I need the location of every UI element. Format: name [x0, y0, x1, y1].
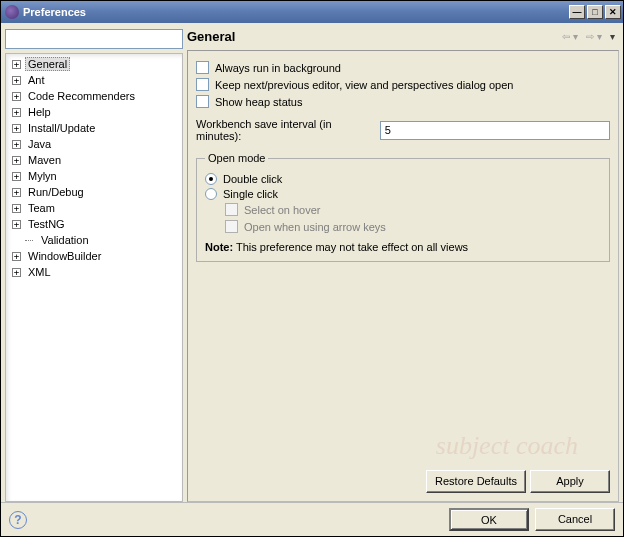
- tree-label[interactable]: Team: [25, 201, 58, 215]
- expand-icon[interactable]: +: [12, 140, 21, 149]
- tree-item[interactable]: +XML: [6, 264, 182, 280]
- double-click-row: Double click: [205, 173, 601, 185]
- window-title: Preferences: [23, 6, 86, 18]
- page-title: General: [187, 29, 235, 44]
- show-heap-row: Show heap status: [196, 95, 610, 108]
- tree-label[interactable]: Run/Debug: [25, 185, 87, 199]
- expand-icon[interactable]: +: [12, 220, 21, 229]
- show-heap-checkbox[interactable]: [196, 95, 209, 108]
- tree-label[interactable]: Maven: [25, 153, 64, 167]
- select-on-hover-label: Select on hover: [244, 204, 320, 216]
- note-text: This preference may not take effect on a…: [233, 241, 468, 253]
- open-arrow-keys-checkbox: [225, 220, 238, 233]
- tree-label[interactable]: Code Recommenders: [25, 89, 138, 103]
- leaf-icon: [25, 236, 34, 245]
- tree-label[interactable]: Mylyn: [25, 169, 60, 183]
- open-arrow-keys-row: Open when using arrow keys: [225, 220, 601, 233]
- toolbar-nav: ⇦ ▾ ⇨ ▾ ▾: [562, 31, 615, 42]
- form-area: Always run in background Keep next/previ…: [187, 50, 619, 502]
- tree-item[interactable]: +Maven: [6, 152, 182, 168]
- single-click-label: Single click: [223, 188, 278, 200]
- ok-button[interactable]: OK: [449, 508, 529, 531]
- open-mode-group: Open mode Double click Single click Sele…: [196, 152, 610, 262]
- tree-item[interactable]: Validation: [6, 232, 182, 248]
- always-run-background-label: Always run in background: [215, 62, 341, 74]
- minimize-button[interactable]: —: [569, 5, 585, 19]
- action-row: Restore Defaults Apply: [196, 462, 610, 493]
- watermark: subject coach: [436, 431, 578, 461]
- single-click-row: Single click: [205, 188, 601, 200]
- forward-arrow-icon[interactable]: ⇨ ▾: [586, 31, 602, 42]
- tree-label[interactable]: Install/Update: [25, 121, 98, 135]
- note-label: Note:: [205, 241, 233, 253]
- expand-icon[interactable]: +: [12, 76, 21, 85]
- close-button[interactable]: ✕: [605, 5, 621, 19]
- filter-input[interactable]: [5, 29, 183, 49]
- tree-item[interactable]: +Mylyn: [6, 168, 182, 184]
- save-interval-label: Workbench save interval (in minutes):: [196, 118, 374, 142]
- tree-label[interactable]: Java: [25, 137, 54, 151]
- back-arrow-icon[interactable]: ⇦ ▾: [562, 31, 578, 42]
- open-arrow-keys-label: Open when using arrow keys: [244, 221, 386, 233]
- maximize-button[interactable]: □: [587, 5, 603, 19]
- tree-item[interactable]: +Ant: [6, 72, 182, 88]
- expand-icon[interactable]: +: [12, 92, 21, 101]
- tree-label[interactable]: General: [25, 57, 70, 71]
- tree-item[interactable]: +WindowBuilder: [6, 248, 182, 264]
- always-run-background-row: Always run in background: [196, 61, 610, 74]
- eclipse-icon: [5, 5, 19, 19]
- expand-icon[interactable]: +: [12, 252, 21, 261]
- tree-item[interactable]: +Java: [6, 136, 182, 152]
- expand-icon[interactable]: +: [12, 188, 21, 197]
- save-interval-row: Workbench save interval (in minutes):: [196, 118, 610, 142]
- restore-defaults-button[interactable]: Restore Defaults: [426, 470, 526, 493]
- apply-button[interactable]: Apply: [530, 470, 610, 493]
- keep-dialog-open-label: Keep next/previous editor, view and pers…: [215, 79, 513, 91]
- tree-label[interactable]: XML: [25, 265, 54, 279]
- expand-icon[interactable]: +: [12, 108, 21, 117]
- tree-item[interactable]: +Run/Debug: [6, 184, 182, 200]
- expand-icon[interactable]: +: [12, 268, 21, 277]
- expand-icon[interactable]: +: [12, 172, 21, 181]
- tree-item[interactable]: +General: [6, 56, 182, 72]
- tree-label[interactable]: Help: [25, 105, 54, 119]
- help-icon[interactable]: ?: [9, 511, 27, 529]
- save-interval-input[interactable]: [380, 121, 610, 140]
- tree-label[interactable]: Validation: [38, 233, 92, 247]
- left-pane: +General+Ant+Code Recommenders+Help+Inst…: [5, 29, 183, 502]
- bottom-bar: ? OK Cancel: [1, 502, 623, 536]
- titlebar: Preferences — □ ✕: [1, 1, 623, 23]
- open-mode-note: Note: This preference may not take effec…: [205, 241, 601, 253]
- tree-item[interactable]: +Code Recommenders: [6, 88, 182, 104]
- tree-item[interactable]: +Install/Update: [6, 120, 182, 136]
- keep-dialog-open-checkbox[interactable]: [196, 78, 209, 91]
- preference-tree[interactable]: +General+Ant+Code Recommenders+Help+Inst…: [5, 53, 183, 502]
- right-pane: General ⇦ ▾ ⇨ ▾ ▾ Always run in backgrou…: [187, 29, 619, 502]
- double-click-label: Double click: [223, 173, 282, 185]
- expand-icon[interactable]: +: [12, 204, 21, 213]
- tree-label[interactable]: Ant: [25, 73, 48, 87]
- tree-item[interactable]: +Help: [6, 104, 182, 120]
- tree-label[interactable]: WindowBuilder: [25, 249, 104, 263]
- tree-label[interactable]: TestNG: [25, 217, 68, 231]
- show-heap-label: Show heap status: [215, 96, 302, 108]
- cancel-button[interactable]: Cancel: [535, 508, 615, 531]
- select-on-hover-checkbox: [225, 203, 238, 216]
- double-click-radio[interactable]: [205, 173, 217, 185]
- single-click-radio[interactable]: [205, 188, 217, 200]
- select-on-hover-row: Select on hover: [225, 203, 601, 216]
- expand-icon[interactable]: +: [12, 156, 21, 165]
- expand-icon[interactable]: +: [12, 60, 21, 69]
- expand-icon[interactable]: +: [12, 124, 21, 133]
- menu-arrow-icon[interactable]: ▾: [610, 31, 615, 42]
- always-run-background-checkbox[interactable]: [196, 61, 209, 74]
- tree-item[interactable]: +Team: [6, 200, 182, 216]
- open-mode-legend: Open mode: [205, 152, 268, 164]
- keep-dialog-open-row: Keep next/previous editor, view and pers…: [196, 78, 610, 91]
- tree-item[interactable]: +TestNG: [6, 216, 182, 232]
